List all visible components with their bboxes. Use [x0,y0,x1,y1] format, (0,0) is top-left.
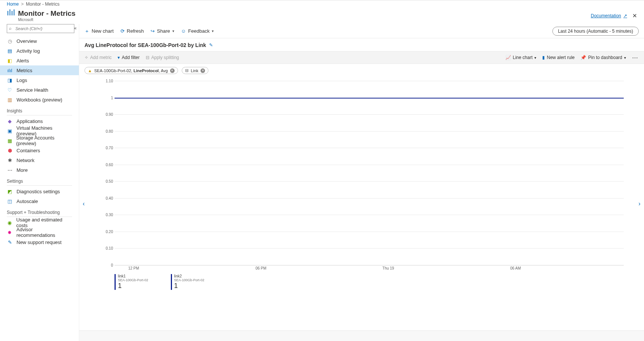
sidebar-item-label: New support request [17,239,62,245]
sidebar-item-more[interactable]: ⋯More [0,165,79,175]
resource-icon: ▲ [88,68,92,73]
remove-split-icon[interactable]: ✕ [201,68,205,73]
pin-to-dashboard-button[interactable]: 📌Pin to dashboard▾ [581,55,626,60]
y-tick-label: 1 [103,95,113,100]
close-button[interactable]: ✕ [632,12,637,19]
sidebar-item-advisor-recommendations[interactable]: ✸Advisor recommendations [0,227,79,237]
sidebar-item-icon: ◧ [7,58,13,64]
metric-pill[interactable]: ▲ SEA-100Gb-Port-02, LineProtocol, Avg ✕ [84,67,178,74]
split-icon: ⊟ [146,55,149,60]
y-tick-label: 0.70 [103,146,113,150]
y-tick-label: 0.40 [103,196,113,200]
sidebar-item-logs[interactable]: ◨Logs [0,75,79,85]
documentation-link[interactable]: Documentation ↗ [591,13,627,18]
command-bar: ＋New chart ⟳Refresh ↪Share▾ ☺Feedback▾ L… [79,24,644,38]
sidebar-item-containers[interactable]: ⬢Containers [0,145,79,155]
sidebar-item-activity-log[interactable]: ▤Activity log [0,46,79,56]
legend-latest-value: 1 [174,282,205,290]
chart-prev-button[interactable]: ‹ [79,77,88,330]
sidebar-item-label: Workbooks (preview) [17,97,62,103]
sidebar-item-autoscale[interactable]: ◫Autoscale [0,196,79,206]
new-alert-rule-button[interactable]: ▮New alert rule [542,55,575,60]
chart-area[interactable]: 1.1010.900.800.700.600.500.400.300.200.1… [88,77,635,330]
split-pill[interactable]: ⊟ Link ✕ [182,67,208,74]
sidebar-item-icon: ▤ [7,48,13,54]
sidebar-item-icon: ◉ [7,220,12,226]
edit-title-icon[interactable]: ✎ [209,42,213,48]
add-metric-button[interactable]: ✧Add metric [84,55,112,60]
sidebar-item-icon: ◩ [7,189,13,194]
legend-latest-value: 1 [118,282,148,290]
legend-series-name: link2 [174,274,205,278]
add-filter-button[interactable]: ▾Add filter [118,55,139,60]
pin-label: Pin to dashboard [588,55,622,60]
chart-next-button[interactable]: › [635,77,644,330]
sidebar-item-usage-and-estimated-costs[interactable]: ◉Usage and estimated costs [0,218,79,227]
legend-entry[interactable]: link2SEA-100Gb-Port-021 [171,274,205,290]
sidebar-item-icon: ◨ [7,77,13,83]
sidebar-group-settings: Settings [0,175,79,185]
chart-title: Avg LineProtocol for SEA-100Gb-Port-02 b… [84,42,206,48]
breadcrumb-home[interactable]: Home [7,2,19,7]
alert-icon: ▮ [542,55,545,60]
refresh-icon: ⟳ [121,28,125,34]
legend-entry[interactable]: link1SEA-100Gb-Port-021 [115,274,148,290]
feedback-label: Feedback [188,28,210,34]
chart-sub-toolbar: ✧Add metric ▾Add filter ⊟Apply splitting… [79,51,644,64]
chart-type-button[interactable]: 📈Line chart▾ [505,55,537,60]
sidebar-item-applications[interactable]: ◆Applications [0,116,79,126]
monitor-metrics-icon: ılıl [7,9,15,16]
y-tick-label: 1.10 [103,79,113,83]
x-tick-label: 12 PM [128,266,139,270]
sidebar-item-service-health[interactable]: ♡Service Health [0,85,79,95]
refresh-label: Refresh [127,28,144,34]
sidebar-item-icon: ✱ [7,158,13,163]
sidebar-item-virtual-machines-preview-[interactable]: ▣Virtual Machines (preview) [0,126,79,136]
sidebar-item-label: Metrics [17,68,32,73]
chevron-down-icon: ▾ [624,56,626,60]
feedback-button[interactable]: ☺Feedback▾ [181,28,214,34]
y-tick-label: 0.30 [103,213,113,217]
apply-splitting-button[interactable]: ⊟Apply splitting [146,55,179,60]
status-bar [79,330,644,341]
share-icon: ↪ [151,28,155,34]
sidebar-item-label: Overview [17,38,37,44]
add-metric-icon: ✧ [84,55,88,60]
sidebar-item-new-support-request[interactable]: ✎New support request [0,237,79,247]
sidebar-item-icon: ▣ [7,128,13,134]
chevron-down-icon: ▾ [172,29,174,33]
add-metric-label: Add metric [90,55,112,60]
time-range-button[interactable]: Last 24 hours (Automatic - 5 minutes) [552,27,639,36]
breadcrumb: Home > Monitor - Metrics [0,0,644,8]
sidebar-item-storage-accounts-preview-[interactable]: ▦Storage Accounts (preview) [0,136,79,145]
new-alert-label: New alert rule [547,55,575,60]
page-header: ılıl Monitor - Metrics Microsoft Documen… [0,8,644,24]
legend-resource-name: SEA-100Gb-Port-02 [118,278,148,282]
split-pill-text: Link [191,68,198,73]
remove-metric-icon[interactable]: ✕ [170,68,175,73]
search-input[interactable] [7,24,74,33]
sidebar-item-alerts[interactable]: ◧Alerts [0,56,79,65]
sidebar-item-icon: ⬢ [7,148,13,153]
refresh-button[interactable]: ⟳Refresh [121,28,144,34]
filter-icon: ▾ [118,55,120,60]
main-pane: ＋New chart ⟳Refresh ↪Share▾ ☺Feedback▾ L… [79,24,644,341]
sidebar-item-label: Logs [17,77,27,83]
more-actions-button[interactable]: ⋯ [632,54,639,61]
sidebar-item-diagnostics-settings[interactable]: ◩Diagnostics settings [0,186,79,196]
sidebar-item-workbooks-preview-[interactable]: ▥Workbooks (preview) [0,95,79,105]
sidebar-item-label: Service Health [17,87,48,93]
sidebar-item-overview[interactable]: ◷Overview [0,36,79,46]
documentation-label: Documentation [591,13,621,18]
share-button[interactable]: ↪Share▾ [151,28,174,34]
sidebar-item-metrics[interactable]: ılılMetrics [0,65,79,75]
legend-resource-name: SEA-100Gb-Port-02 [174,278,205,282]
y-tick-label: 0 [103,263,113,267]
x-tick-label: 06 AM [510,266,521,270]
new-chart-button[interactable]: ＋New chart [84,28,114,35]
breadcrumb-separator: > [21,2,24,7]
sidebar-item-network[interactable]: ✱Network [0,155,79,165]
chart-type-label: Line chart [513,55,533,60]
collapse-sidebar-icon[interactable]: « [74,26,77,31]
apply-splitting-label: Apply splitting [151,55,179,60]
